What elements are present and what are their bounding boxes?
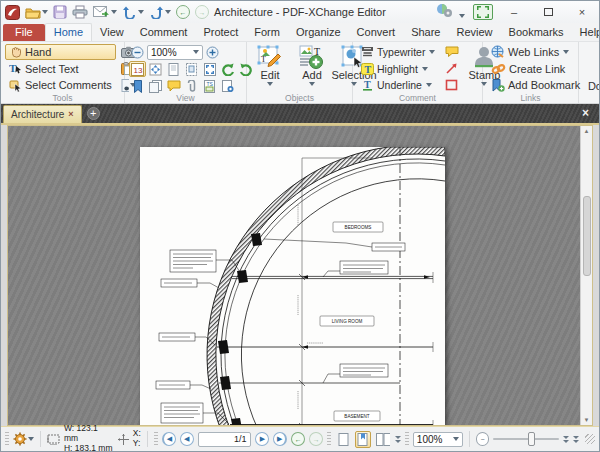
single-page-icon-button[interactable]	[165, 61, 182, 77]
tab-convert[interactable]: Convert	[349, 24, 404, 41]
document-tab-architecture[interactable]: Architecture ×	[3, 105, 82, 123]
attachments-pane-button[interactable]	[183, 78, 200, 94]
single-page-view-button[interactable]	[335, 431, 351, 448]
fullscreen-button[interactable]	[473, 4, 493, 20]
save-button[interactable]	[53, 5, 67, 19]
email-button[interactable]	[93, 6, 117, 18]
close-document-tab-icon[interactable]: ×	[68, 110, 73, 119]
document-pane: BEDROOMS LIVING ROOM BASEMENT	[7, 125, 593, 426]
close-pane-button[interactable]: ×	[574, 106, 597, 123]
hand-tool-button[interactable]: Hand	[5, 44, 116, 60]
rotate-ccw-icon	[221, 63, 235, 76]
first-page-button[interactable]: ◀	[162, 432, 176, 446]
resize-grip[interactable]	[585, 434, 595, 444]
scroll-down-icon[interactable]: ▼	[584, 415, 590, 425]
highlight-button[interactable]: T Highlight	[357, 61, 439, 77]
single-page-continuous-button[interactable]	[355, 431, 371, 448]
tab-review[interactable]: Review	[448, 24, 500, 41]
typewriter-button[interactable]: Typewriter	[357, 44, 439, 60]
add-bookmark-button[interactable]: Add Bookmark	[487, 77, 584, 93]
tab-bookmarks[interactable]: Bookmarks	[501, 24, 572, 41]
zoom-in-icon-button[interactable]	[204, 44, 221, 60]
status-options-button[interactable]	[13, 432, 34, 446]
scroll-up-icon[interactable]: ▲	[584, 126, 590, 136]
status-zoom-combo[interactable]: 100%	[413, 432, 463, 447]
zoom-slider-handle[interactable]	[528, 432, 535, 446]
scrollbar-thumb[interactable]	[583, 196, 591, 276]
sticky-note-button[interactable]	[443, 44, 460, 60]
label-living-room: LIVING ROOM	[332, 319, 363, 324]
group-label-objects: Objects	[247, 93, 352, 103]
previous-view-status-button[interactable]: ←	[291, 432, 305, 446]
tab-share[interactable]: Share	[403, 24, 448, 41]
open-file-button[interactable]	[25, 6, 48, 19]
zoom-out-button[interactable]: −	[476, 432, 490, 446]
fit-page-icon	[204, 63, 216, 76]
minimize-button[interactable]: –	[501, 3, 527, 21]
tab-protect[interactable]: Protect	[195, 24, 246, 41]
tab-view[interactable]: View	[92, 24, 132, 41]
next-page-button[interactable]: ▶	[255, 432, 269, 446]
rectangle-annotation-button[interactable]	[443, 77, 460, 93]
panes-options-button[interactable]	[219, 78, 236, 94]
close-button[interactable]: ×	[569, 3, 595, 21]
current-page-icon-button[interactable]: 13	[129, 61, 146, 77]
two-page-view-button[interactable]	[375, 431, 391, 448]
pdf-page[interactable]: BEDROOMS LIVING ROOM BASEMENT	[140, 147, 445, 425]
rotate-ccw-button[interactable]	[219, 61, 236, 77]
vertical-scrollbar[interactable]: ▲ ▼	[580, 126, 592, 425]
zoom-options-button[interactable]	[563, 436, 569, 443]
app-logo-icon	[5, 5, 20, 20]
previous-view-button[interactable]: ←	[176, 5, 190, 19]
page-layout-icon-button[interactable]	[183, 61, 200, 77]
tab-home[interactable]: Home	[45, 23, 92, 41]
bookmark-pane-icon	[133, 80, 143, 93]
select-text-icon: T	[9, 62, 22, 75]
group-comment: Typewriter T Highlight T Underline	[353, 42, 483, 103]
tab-organize[interactable]: Organize	[288, 24, 349, 41]
tab-form[interactable]: Form	[246, 24, 288, 41]
arrow-annotation-button[interactable]	[443, 61, 460, 77]
select-comments-button[interactable]: Select Comments	[5, 77, 116, 93]
zoom-slider[interactable]	[493, 432, 559, 446]
undo-button[interactable]	[122, 6, 144, 19]
print-button[interactable]	[72, 5, 88, 19]
page-number-field[interactable]: 1/1	[198, 432, 252, 447]
tab-help[interactable]: Help	[572, 24, 600, 41]
underline-button[interactable]: T Underline	[357, 77, 439, 93]
create-link-button[interactable]: Create Link	[487, 61, 584, 77]
page-layout-icon	[186, 63, 198, 76]
tab-file[interactable]: File	[3, 24, 45, 41]
tab-comment[interactable]: Comment	[132, 24, 196, 41]
sign-document-button[interactable]: Sign Document	[583, 44, 600, 93]
page-number-icon: 13	[131, 63, 144, 76]
next-view-status-button[interactable]: →	[309, 432, 323, 446]
select-text-button[interactable]: T Select Text	[5, 61, 116, 77]
add-objects-button[interactable]: T Add	[293, 44, 331, 93]
page-number-text: 13	[134, 66, 143, 75]
status-more-button[interactable]	[573, 436, 579, 443]
redo-button[interactable]	[149, 6, 171, 19]
web-links-button[interactable]: Web Links	[487, 44, 584, 60]
fit-visible-icon-button[interactable]	[147, 61, 164, 77]
paperclip-icon	[185, 80, 198, 93]
maximize-button[interactable]	[535, 3, 561, 21]
ui-options-button[interactable]	[436, 3, 465, 22]
zoom-out-icon-button[interactable]	[129, 44, 146, 60]
more-layouts-button[interactable]	[395, 436, 401, 443]
next-view-button[interactable]: →	[195, 5, 209, 19]
gear-icon	[13, 432, 27, 446]
thumbnails-pane-button[interactable]	[147, 78, 164, 94]
comments-pane-button[interactable]	[165, 78, 182, 94]
document-canvas[interactable]: BEDROOMS LIVING ROOM BASEMENT	[8, 126, 580, 425]
group-label-protect: Protect	[579, 93, 600, 103]
last-page-button[interactable]: ▶	[273, 432, 287, 446]
fields-pane-button[interactable]: TS	[201, 78, 218, 94]
previous-page-button[interactable]: ◀	[180, 432, 194, 446]
ribbon-zoom-combo[interactable]: 100%	[147, 45, 203, 60]
fit-page-icon-button[interactable]	[201, 61, 218, 77]
edit-objects-button[interactable]: T Edit	[251, 44, 289, 93]
new-document-tab-button[interactable]: +	[87, 107, 100, 120]
app-window: ← → Architecture - PDF-XChange Editor – …	[0, 0, 600, 452]
bookmarks-pane-button[interactable]	[129, 78, 146, 94]
